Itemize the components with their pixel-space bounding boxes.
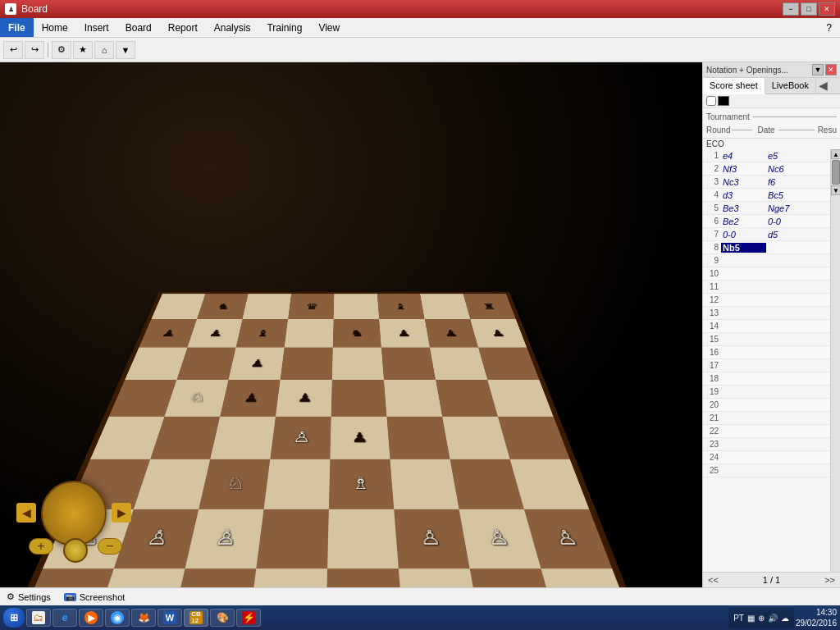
- minimize-button[interactable]: −: [783, 2, 799, 16]
- scroll-down[interactable]: ▼: [831, 185, 840, 195]
- toolbar-home[interactable]: ⌂: [94, 41, 114, 59]
- taskbar-paint[interactable]: 🎨: [210, 609, 235, 627]
- menu-report[interactable]: Report: [160, 18, 206, 37]
- chess-square[interactable]: ♙: [185, 509, 264, 568]
- chess-square[interactable]: ♙: [270, 417, 331, 459]
- taskbar-explorer[interactable]: 🗂: [26, 609, 51, 627]
- score-row[interactable]: 5Be3Nge7: [703, 202, 830, 215]
- chess-square[interactable]: ♜: [463, 294, 516, 319]
- score-row[interactable]: 70-0d5: [703, 228, 830, 241]
- score-row[interactable]: 25: [703, 464, 830, 477]
- chess-square[interactable]: ♝: [236, 319, 288, 348]
- menu-board[interactable]: Board: [117, 18, 160, 37]
- score-row[interactable]: 17: [703, 359, 830, 372]
- chess-square[interactable]: ♟: [425, 319, 478, 348]
- tab-livebook[interactable]: LiveBook: [765, 78, 816, 94]
- chess-square[interactable]: ♗: [329, 459, 394, 509]
- score-row[interactable]: 18: [703, 372, 830, 386]
- panel-close-btn[interactable]: ✕: [825, 64, 837, 75]
- menu-home[interactable]: Home: [34, 18, 76, 37]
- taskbar-word[interactable]: W: [158, 609, 182, 627]
- score-row[interactable]: 12: [703, 294, 830, 307]
- nav-next[interactable]: >>: [824, 575, 835, 585]
- taskbar-media[interactable]: ▶: [79, 609, 103, 627]
- menu-view[interactable]: View: [310, 18, 348, 37]
- score-row[interactable]: 13: [703, 307, 830, 320]
- toolbar-star[interactable]: ★: [73, 41, 93, 59]
- chess-square[interactable]: ♙: [394, 509, 469, 568]
- menu-analysis[interactable]: Analysis: [206, 18, 259, 37]
- chess-square[interactable]: [381, 348, 436, 380]
- nav-plus[interactable]: +: [29, 538, 53, 555]
- toolbar-forward[interactable]: ↪: [25, 41, 44, 59]
- chess-square[interactable]: ♝: [377, 294, 425, 319]
- chess-square[interactable]: ♛: [288, 294, 334, 319]
- chess-square[interactable]: ♘: [199, 459, 270, 509]
- score-row[interactable]: 22: [703, 425, 830, 438]
- tournament-field[interactable]: [753, 116, 837, 117]
- score-row[interactable]: 15: [703, 333, 830, 346]
- chess-square[interactable]: [256, 509, 329, 568]
- nav-minus[interactable]: −: [98, 538, 122, 555]
- chess-square[interactable]: [487, 380, 553, 417]
- chess-square[interactable]: ♟: [188, 319, 243, 348]
- maximize-button[interactable]: □: [801, 2, 817, 16]
- chess-square[interactable]: [384, 380, 442, 417]
- chess-square[interactable]: ♟: [470, 319, 527, 348]
- panel-dropdown-btn[interactable]: ▼: [812, 64, 824, 75]
- score-row[interactable]: 8Nb5: [703, 241, 830, 254]
- taskbar-ie[interactable]: e: [52, 609, 77, 627]
- toolbar-settings[interactable]: ⚙: [52, 41, 71, 59]
- chess-square[interactable]: [285, 319, 334, 348]
- taskbar-360[interactable]: ◉: [105, 609, 130, 627]
- score-row[interactable]: 11: [703, 281, 830, 294]
- chess-square[interactable]: ♞: [333, 319, 381, 348]
- panel-checkbox[interactable]: [706, 96, 716, 106]
- taskbar-firefox[interactable]: 🦊: [131, 609, 156, 627]
- score-row[interactable]: 10: [703, 267, 830, 281]
- scroll-up[interactable]: ▲: [831, 149, 840, 159]
- close-button[interactable]: ✕: [819, 2, 835, 16]
- score-row[interactable]: 24: [703, 451, 830, 464]
- settings-label[interactable]: Settings: [18, 592, 51, 602]
- toolbar-back[interactable]: ↩: [3, 41, 23, 59]
- nav-center-btn[interactable]: [63, 538, 88, 563]
- chess-square[interactable]: ♟: [229, 348, 285, 380]
- menu-help[interactable]: ?: [818, 18, 840, 37]
- start-button[interactable]: ⊞: [3, 608, 25, 628]
- screenshot-label[interactable]: Screenshot: [80, 592, 126, 602]
- menu-file[interactable]: File: [0, 18, 34, 37]
- score-row[interactable]: 21: [703, 412, 830, 425]
- chess-square[interactable]: [264, 459, 331, 509]
- taskbar-chessbase[interactable]: CB12: [184, 609, 208, 627]
- score-row[interactable]: 9: [703, 254, 830, 267]
- toolbar-dropdown[interactable]: ▼: [116, 41, 135, 59]
- chess-square[interactable]: ♟: [379, 319, 430, 348]
- chess-square[interactable]: [420, 294, 470, 319]
- tab-score-sheet[interactable]: Score sheet: [703, 78, 765, 94]
- menu-insert[interactable]: Insert: [76, 18, 117, 37]
- chess-square[interactable]: ♕: [247, 568, 327, 587]
- score-row[interactable]: 23: [703, 438, 830, 451]
- score-row[interactable]: 6Be20-0: [703, 215, 830, 228]
- chess-square[interactable]: [386, 417, 450, 459]
- chess-square[interactable]: [327, 509, 399, 568]
- board-area[interactable]: ♞♛♝♜♟♟♝♞♟♟♟♟♘♟♟♙♟♘♗♙♙♙♙♙♙♖♗♕♔♖ ◀ ▶ + −: [0, 62, 702, 587]
- chess-square[interactable]: [390, 459, 459, 509]
- chess-square[interactable]: [498, 417, 570, 459]
- chess-square[interactable]: [332, 348, 384, 380]
- nav-right[interactable]: ▶: [112, 503, 131, 523]
- chess-square[interactable]: ♘: [164, 380, 228, 417]
- date-field[interactable]: [778, 130, 814, 130]
- chess-square[interactable]: [430, 348, 487, 380]
- score-row[interactable]: 2Nf3Nc6: [703, 162, 830, 176]
- score-row[interactable]: 20: [703, 399, 830, 412]
- chess-square[interactable]: [478, 348, 539, 380]
- chess-square[interactable]: ♞: [197, 294, 249, 319]
- score-row[interactable]: 4d3Bc5: [703, 189, 830, 202]
- chess-square[interactable]: [210, 417, 276, 459]
- chess-square[interactable]: ♟: [330, 417, 390, 459]
- chess-square[interactable]: ♟: [220, 380, 280, 417]
- tab-nav-left[interactable]: ◀: [816, 78, 830, 94]
- score-row[interactable]: 16: [703, 346, 830, 359]
